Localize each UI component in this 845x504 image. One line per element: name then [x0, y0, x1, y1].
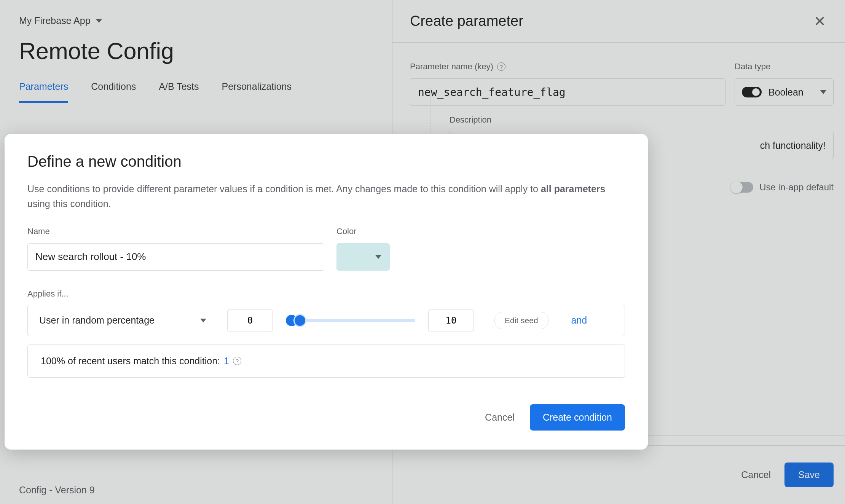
- dialog-subtitle: Use conditions to provide different para…: [27, 182, 625, 211]
- slider-thumb-high[interactable]: [293, 314, 306, 327]
- edit-seed-button[interactable]: Edit seed: [494, 312, 548, 329]
- condition-name-input[interactable]: [27, 243, 324, 271]
- color-select[interactable]: [336, 243, 390, 271]
- define-condition-dialog: Define a new condition Use conditions to…: [5, 134, 648, 450]
- condition-type-select[interactable]: User in random percentage: [28, 305, 218, 336]
- condition-name-label: Name: [27, 226, 324, 236]
- percentage-slider[interactable]: [286, 319, 415, 322]
- caret-down-icon: [200, 319, 206, 322]
- applies-if-label: Applies if...: [27, 289, 625, 299]
- dialog-title: Define a new condition: [27, 153, 625, 170]
- range-high-input[interactable]: [428, 309, 474, 332]
- match-summary: 100% of recent users match this conditio…: [27, 345, 625, 378]
- help-icon[interactable]: ?: [233, 357, 241, 365]
- range-low-input[interactable]: [227, 309, 273, 332]
- dialog-cancel-button[interactable]: Cancel: [485, 412, 515, 423]
- condition-rule-row: User in random percentage Edit seed and: [27, 305, 625, 336]
- color-label: Color: [336, 226, 390, 236]
- caret-down-icon: [375, 255, 381, 259]
- and-button[interactable]: and: [571, 315, 587, 326]
- match-count: 1: [224, 356, 229, 367]
- create-condition-button[interactable]: Create condition: [530, 404, 625, 431]
